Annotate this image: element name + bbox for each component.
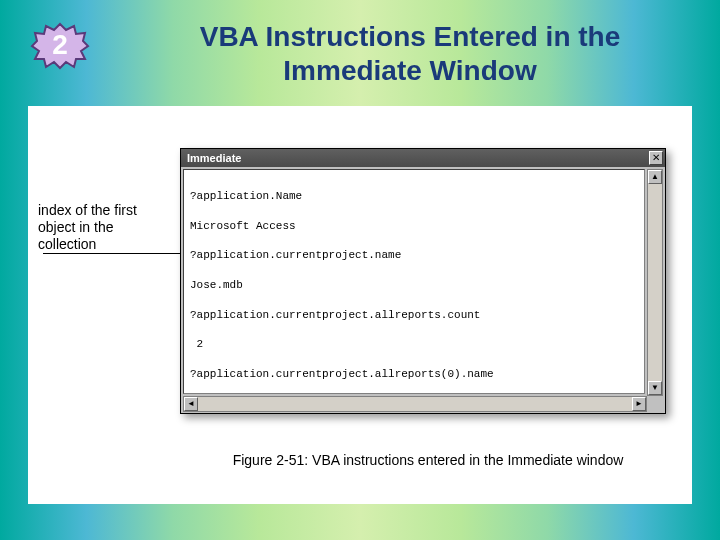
code-line: Microsoft Access [190,219,638,234]
immediate-window: Immediate ✕ ?application.Name Microsoft … [180,148,666,414]
chevron-left-icon: ◄ [187,399,195,408]
scroll-down-button[interactable]: ▼ [648,381,662,395]
code-line: Jose.mdb [190,278,638,293]
chapter-badge: 2 [30,22,90,70]
chevron-right-icon: ► [635,399,643,408]
chevron-up-icon: ▲ [651,172,659,181]
code-line: ?application.currentproject.allreports.c… [190,308,638,323]
scroll-up-button[interactable]: ▲ [648,170,662,184]
window-titlebar: Immediate ✕ [181,149,665,167]
vertical-scrollbar[interactable]: ▲ ▼ [647,169,663,396]
scroll-right-button[interactable]: ► [632,397,646,411]
figure-caption: Figure 2-51: VBA instructions entered in… [188,452,668,468]
window-title: Immediate [187,152,241,164]
code-line: 2 [190,337,638,352]
slide: 2 VBA Instructions Entered in the Immedi… [0,0,720,540]
code-line: ?application.Name [190,189,638,204]
badge-number: 2 [52,29,68,61]
code-line: ?application.currentproject.allreports(0… [190,367,638,382]
code-area[interactable]: ?application.Name Microsoft Access ?appl… [183,169,645,394]
horizontal-scrollbar[interactable]: ◄ ► [183,396,647,412]
slide-title: VBA Instructions Entered in the Immediat… [130,20,690,87]
content-area: index of the first object in the collect… [28,106,692,504]
close-button[interactable]: ✕ [649,151,663,165]
close-icon: ✕ [652,152,660,163]
scrollbar-corner [647,396,663,412]
code-line: ?application.currentproject.name [190,248,638,263]
annotation-label: index of the first object in the collect… [38,202,158,252]
scroll-left-button[interactable]: ◄ [184,397,198,411]
window-body: ?application.Name Microsoft Access ?appl… [181,167,665,414]
chevron-down-icon: ▼ [651,383,659,392]
